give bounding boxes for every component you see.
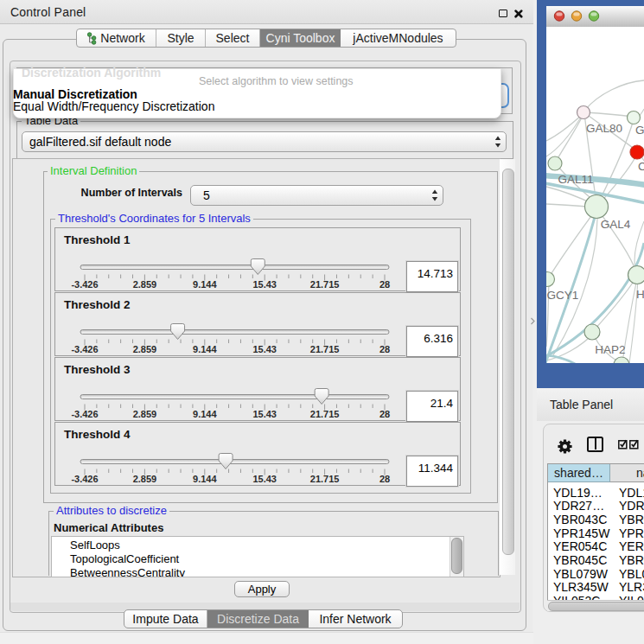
svg-text:GAL11: GAL11 <box>558 173 593 186</box>
svg-text:GAL7: GAL7 <box>635 124 644 137</box>
svg-text:GCY1: GCY1 <box>547 289 579 302</box>
svg-text:HA: HA <box>636 288 644 301</box>
svg-text:GAL4: GAL4 <box>601 218 631 231</box>
svg-text:GAL80: GAL80 <box>586 122 622 135</box>
svg-text:CD: CD <box>638 160 644 173</box>
svg-text:HAP2: HAP2 <box>595 343 625 356</box>
